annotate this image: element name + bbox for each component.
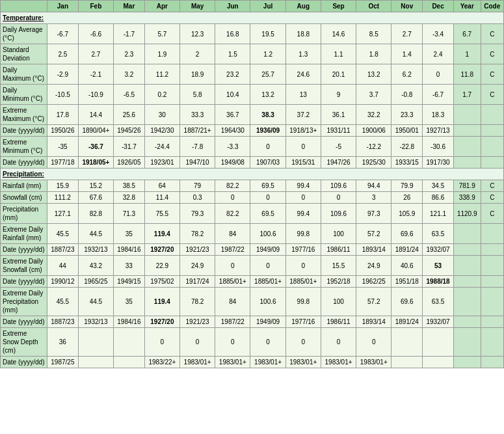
data-cell: 23.3 bbox=[391, 105, 423, 125]
data-cell: 1900/06 bbox=[356, 125, 391, 137]
data-cell: 25.7 bbox=[250, 64, 285, 85]
data-cell: 1 bbox=[453, 44, 481, 64]
data-cell: 1.4 bbox=[391, 44, 423, 64]
column-label-header bbox=[1, 1, 47, 12]
data-cell: 1949/09 bbox=[250, 316, 285, 328]
data-cell bbox=[78, 357, 113, 368]
data-cell: -6.7 bbox=[47, 24, 79, 44]
data-cell bbox=[481, 256, 503, 276]
data-cell: 1.9 bbox=[144, 44, 179, 64]
data-cell: 1891/24 bbox=[391, 244, 423, 256]
data-cell: 40.6 bbox=[391, 256, 423, 276]
data-cell: 15.2 bbox=[78, 180, 113, 192]
data-cell: 13 bbox=[285, 85, 321, 105]
data-cell: 33.3 bbox=[180, 105, 215, 125]
data-cell: 0.2 bbox=[144, 85, 179, 105]
row-label: Date (yyyy/dd) bbox=[1, 244, 47, 256]
data-cell: 2.3 bbox=[114, 44, 145, 64]
data-cell: 0 bbox=[250, 256, 285, 276]
data-cell: 3 bbox=[356, 192, 391, 204]
data-cell: 86.6 bbox=[423, 192, 454, 204]
data-cell bbox=[78, 328, 113, 357]
data-cell: -24.4 bbox=[144, 137, 179, 157]
data-cell: 99.8 bbox=[285, 288, 321, 316]
header-row: JanFebMarAprMayJunJulAugSepOctNovDecYear… bbox=[1, 1, 504, 12]
data-cell: 57.2 bbox=[356, 288, 391, 316]
data-cell: 63.5 bbox=[423, 288, 454, 316]
data-cell: -6.7 bbox=[423, 85, 454, 105]
data-cell: 69.5 bbox=[250, 180, 285, 192]
data-cell: 78.2 bbox=[180, 288, 215, 316]
data-cell: 1949/09 bbox=[250, 244, 285, 256]
data-cell: -30.6 bbox=[423, 137, 454, 157]
data-cell: 24.6 bbox=[285, 64, 321, 85]
data-cell: 100.6 bbox=[250, 288, 285, 316]
data-cell: 44.5 bbox=[78, 224, 113, 244]
data-cell: 1.7 bbox=[453, 85, 481, 105]
data-cell: 1965/25 bbox=[78, 276, 113, 288]
data-cell: 84 bbox=[215, 224, 250, 244]
data-cell: 1984/16 bbox=[114, 316, 145, 328]
data-cell: 1891/24 bbox=[391, 316, 423, 328]
data-cell: 1893/14 bbox=[356, 244, 391, 256]
data-cell: 9 bbox=[321, 85, 356, 105]
data-cell: 1887/21+ bbox=[180, 125, 215, 137]
section-label: Precipitation: bbox=[1, 169, 504, 180]
data-cell: -1.7 bbox=[114, 24, 145, 44]
table-row: Standard Deviation2.52.72.31.921.51.21.3… bbox=[1, 44, 504, 64]
data-cell: 1893/14 bbox=[356, 316, 391, 328]
table-row: Snowfall (cm)111.267.632.811.40.30000326… bbox=[1, 192, 504, 204]
data-cell: 1885/01+ bbox=[215, 276, 250, 288]
data-cell: 1950/01 bbox=[391, 125, 423, 137]
data-cell: 10.4 bbox=[215, 85, 250, 105]
data-cell: 1951/18 bbox=[391, 276, 423, 288]
data-cell: 97.3 bbox=[356, 204, 391, 224]
climate-table: JanFebMarAprMayJunJulAugSepOctNovDecYear… bbox=[0, 0, 504, 368]
data-cell: 17.8 bbox=[47, 105, 79, 125]
row-label: Precipitation (mm) bbox=[1, 204, 47, 224]
row-label: Extreme Daily Rainfall (mm) bbox=[1, 224, 47, 244]
data-cell: 23.2 bbox=[215, 64, 250, 85]
data-cell: 35 bbox=[114, 288, 145, 316]
data-cell: 11.8 bbox=[453, 64, 481, 85]
data-cell: 1986/11 bbox=[321, 316, 356, 328]
data-cell bbox=[391, 328, 423, 357]
data-cell: 0 bbox=[423, 64, 454, 85]
data-cell: C bbox=[481, 85, 503, 105]
data-cell: 5.8 bbox=[180, 85, 215, 105]
data-cell: 3.7 bbox=[356, 85, 391, 105]
data-cell: 67.6 bbox=[78, 192, 113, 204]
column-header-jul: Jul bbox=[250, 1, 285, 12]
data-cell: 1984/16 bbox=[114, 244, 145, 256]
data-cell: 12.3 bbox=[180, 24, 215, 44]
data-cell: 1983/01+ bbox=[285, 357, 321, 368]
data-cell: 1983/01+ bbox=[356, 357, 391, 368]
data-cell: 0.3 bbox=[180, 192, 215, 204]
column-header-may: May bbox=[180, 1, 215, 12]
data-cell: 1927/20 bbox=[144, 244, 179, 256]
data-cell: 71.3 bbox=[114, 204, 145, 224]
data-cell bbox=[481, 137, 503, 157]
data-cell: 79.3 bbox=[180, 204, 215, 224]
data-cell: 25.6 bbox=[114, 105, 145, 125]
data-cell: 6.2 bbox=[391, 64, 423, 85]
data-cell: 0 bbox=[215, 328, 250, 357]
data-cell: 32.8 bbox=[114, 192, 145, 204]
data-cell: 1926/05 bbox=[114, 157, 145, 169]
data-cell: 1942/30 bbox=[144, 125, 179, 137]
data-cell: 1917/30 bbox=[423, 157, 454, 169]
data-cell bbox=[453, 224, 481, 244]
row-label: Rainfall (mm) bbox=[1, 180, 47, 192]
data-cell: 1945/26 bbox=[114, 125, 145, 137]
data-cell bbox=[453, 328, 481, 357]
data-cell: 1923/01 bbox=[144, 157, 179, 169]
data-cell: 24.9 bbox=[180, 256, 215, 276]
data-cell: 1983/01+ bbox=[215, 357, 250, 368]
data-cell: 99.4 bbox=[285, 204, 321, 224]
data-cell: 1947/26 bbox=[321, 157, 356, 169]
data-cell: 0 bbox=[215, 192, 250, 204]
data-cell: 1915/31 bbox=[285, 157, 321, 169]
data-cell: 105.9 bbox=[391, 204, 423, 224]
data-cell: -22.8 bbox=[391, 137, 423, 157]
table-row: Precipitation (mm)127.182.871.375.579.38… bbox=[1, 204, 504, 224]
